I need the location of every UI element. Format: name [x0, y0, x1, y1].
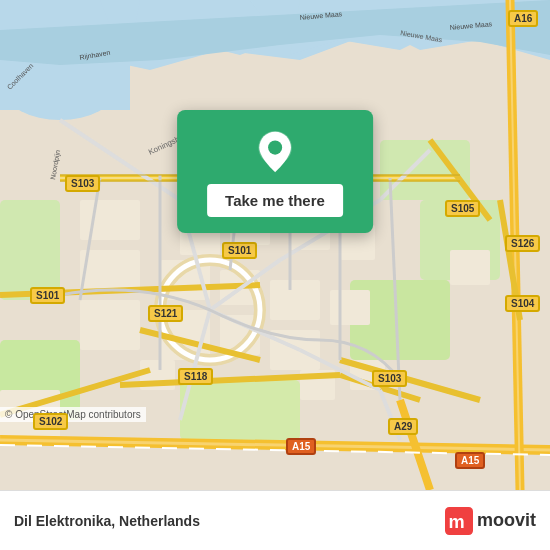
svg-rect-16: [80, 300, 140, 350]
road-badge-a15-left: A15: [286, 438, 316, 455]
road-badge-s103-lower: S103: [372, 370, 407, 387]
svg-rect-6: [0, 60, 130, 110]
location-pin-icon: [253, 130, 297, 174]
road-badge-s101-center: S101: [222, 242, 257, 259]
road-badge-s126: S126: [505, 235, 540, 252]
road-badge-s121: S121: [148, 305, 183, 322]
moovit-text: moovit: [477, 510, 536, 531]
osm-attribution: © OpenStreetMap contributors: [0, 407, 146, 422]
road-badge-a16: A16: [508, 10, 538, 27]
road-badge-s102: S102: [33, 413, 68, 430]
road-badge-s101-left: S101: [30, 287, 65, 304]
info-bar: Dil Elektronika, Netherlands m moovit: [0, 490, 550, 550]
svg-point-77: [268, 141, 282, 155]
svg-rect-21: [270, 280, 320, 320]
road-badge-a15-right: A15: [455, 452, 485, 469]
road-badge-s118: S118: [178, 368, 213, 385]
svg-rect-15: [80, 250, 140, 290]
location-name: Dil Elektronika, Netherlands: [14, 513, 200, 529]
road-badge-a29: A29: [388, 418, 418, 435]
svg-rect-14: [80, 200, 140, 240]
road-badge-s103-upper: S103: [65, 175, 100, 192]
moovit-logo: m moovit: [445, 507, 536, 535]
location-info: Dil Elektronika, Netherlands: [14, 513, 200, 529]
svg-rect-10: [0, 200, 60, 300]
popup-card: Take me there: [177, 110, 373, 233]
svg-rect-12: [180, 380, 300, 440]
moovit-icon: m: [445, 507, 473, 535]
road-badge-s105: S105: [445, 200, 480, 217]
svg-rect-31: [450, 250, 490, 285]
take-me-there-button[interactable]: Take me there: [207, 184, 343, 217]
svg-rect-13: [380, 140, 470, 200]
map-container[interactable]: Koningshaven Rijnhaven Nieuwe Maas Nieuw…: [0, 0, 550, 490]
road-badge-s104: S104: [505, 295, 540, 312]
svg-text:m: m: [448, 512, 464, 532]
svg-rect-23: [330, 290, 370, 325]
